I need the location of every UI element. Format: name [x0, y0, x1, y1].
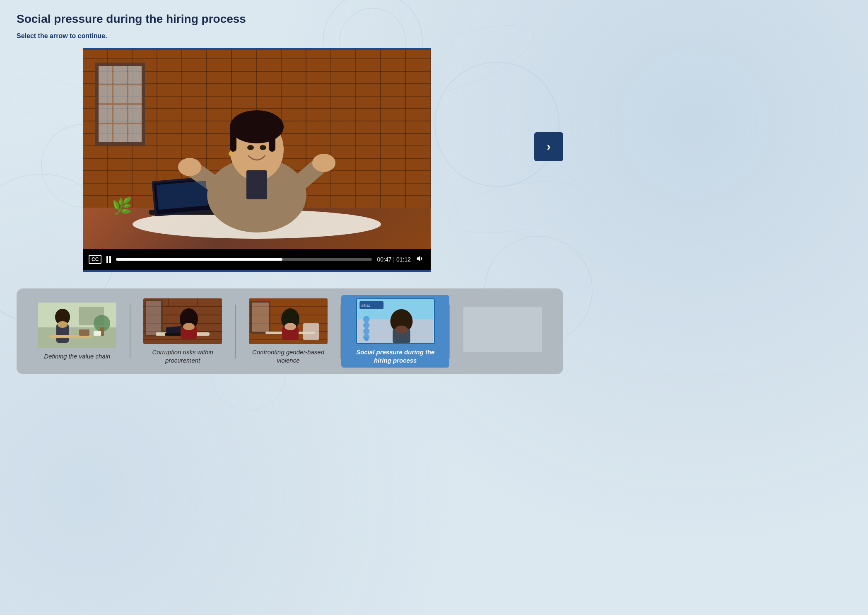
svg-rect-61: [251, 302, 270, 333]
svg-point-17: [230, 110, 284, 143]
thumbnail-label-1: Defining the value chain: [44, 352, 110, 361]
svg-point-27: [229, 152, 233, 156]
svg-rect-19: [269, 127, 275, 152]
svg-point-24: [312, 154, 335, 172]
svg-point-75: [363, 322, 369, 328]
svg-rect-39: [94, 331, 101, 336]
svg-rect-38: [79, 329, 89, 336]
pause-icon: [106, 256, 111, 263]
svg-rect-18: [230, 127, 236, 152]
svg-point-25: [247, 145, 254, 150]
video-bottom-bar: [83, 270, 431, 272]
thumbnail-item-3[interactable]: Confronting gender-based violence: [236, 298, 341, 364]
thumbnail-item-4[interactable]: intrac Social pressure during the hiring…: [341, 295, 449, 368]
time-display: 00:47 | 01:12: [377, 256, 411, 263]
thumbnail-image-2: [143, 298, 222, 344]
video-player: 🌿: [83, 50, 431, 270]
svg-point-66: [285, 323, 296, 330]
progress-bar[interactable]: [116, 258, 372, 261]
thumbnail-strip: Defining the value chain: [17, 288, 563, 374]
video-scene-svg: [83, 50, 431, 249]
thumbnail-image-5: [463, 307, 542, 352]
thumbnail-item-5: [450, 307, 555, 356]
svg-point-26: [260, 145, 266, 150]
thumbnail-image-1: [38, 303, 116, 348]
thumbnail-label-3: Confronting gender-based violence: [249, 348, 328, 364]
pause-button[interactable]: [106, 256, 111, 263]
svg-rect-20: [246, 170, 267, 199]
thumbnail-image-3: [249, 298, 328, 344]
svg-rect-48: [145, 300, 162, 336]
video-controls: CC 00:47 | 01:12: [83, 249, 431, 270]
progress-fill: [116, 258, 282, 261]
thumbnail-label-4: Social pressure during the hiring proces…: [356, 348, 435, 364]
svg-rect-28: [157, 181, 208, 210]
page-title: Social pressure during the hiring proces…: [17, 12, 563, 26]
next-arrow-icon: ›: [547, 140, 550, 153]
time-separator: |: [392, 256, 396, 263]
next-button[interactable]: ›: [534, 132, 563, 161]
total-time: 01:12: [396, 256, 411, 263]
svg-point-74: [363, 316, 369, 322]
cc-button[interactable]: CC: [89, 255, 101, 264]
svg-point-73: [395, 326, 408, 334]
thumbnail-label-2: Corruption risks within procurement: [143, 348, 222, 364]
svg-point-36: [58, 321, 68, 328]
current-time: 00:47: [377, 256, 391, 263]
thumbnail-item-2[interactable]: Corruption risks within procurement: [130, 298, 235, 364]
svg-point-76: [363, 328, 369, 334]
svg-text:intrac: intrac: [362, 303, 371, 308]
svg-point-23: [178, 158, 201, 176]
svg-line-22: [290, 166, 319, 191]
volume-button[interactable]: [416, 254, 425, 265]
page-subtitle: Select the arrow to continue.: [17, 32, 563, 40]
thumbnail-image-4: intrac: [356, 298, 435, 344]
svg-point-78: [364, 337, 369, 341]
video-frame[interactable]: 🌿: [83, 50, 431, 249]
thumbnail-item-1[interactable]: Defining the value chain: [25, 303, 130, 361]
video-section: 🌿: [17, 48, 563, 272]
svg-point-54: [183, 323, 195, 330]
